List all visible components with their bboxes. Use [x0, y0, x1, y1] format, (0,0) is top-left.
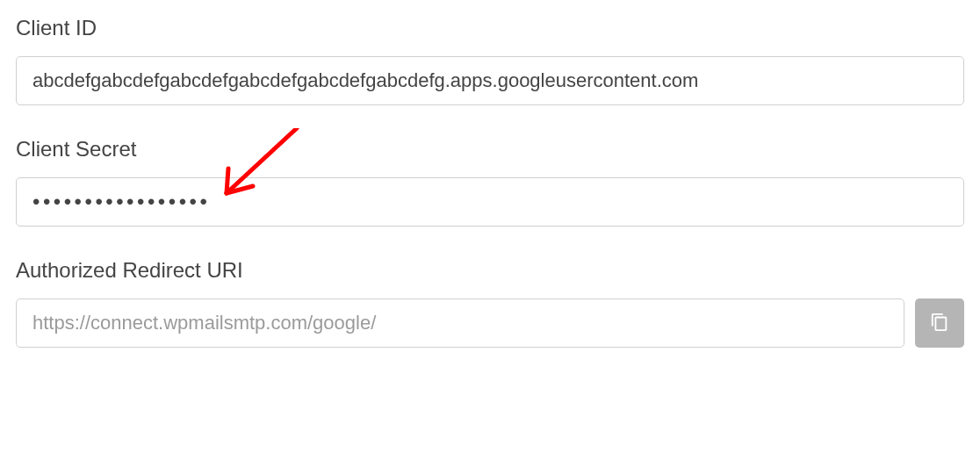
copy-icon — [930, 313, 949, 334]
client-id-input[interactable] — [16, 56, 964, 105]
client-secret-group: Client Secret — [16, 137, 964, 226]
copy-button[interactable] — [915, 298, 964, 348]
client-id-label: Client ID — [16, 16, 964, 40]
client-id-group: Client ID — [16, 16, 964, 105]
client-secret-input[interactable] — [16, 177, 964, 226]
redirect-uri-input[interactable] — [16, 298, 904, 348]
redirect-uri-row — [16, 298, 964, 348]
client-secret-label: Client Secret — [16, 137, 964, 162]
redirect-uri-label: Authorized Redirect URI — [16, 258, 964, 283]
redirect-uri-group: Authorized Redirect URI — [16, 258, 964, 348]
